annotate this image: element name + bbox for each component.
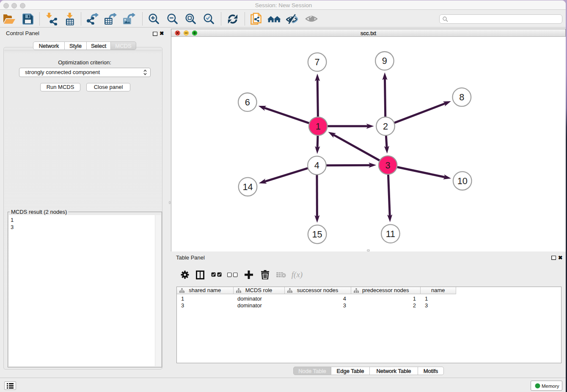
svg-text:11: 11 [386,229,396,239]
svg-text:1: 1 [316,121,321,132]
svg-text:14: 14 [242,182,253,192]
svg-text:10: 10 [457,176,468,186]
svg-text:7: 7 [315,57,320,67]
svg-text:2: 2 [383,121,388,132]
svg-text:6: 6 [245,97,250,108]
svg-text:15: 15 [312,229,322,240]
svg-text:9: 9 [382,55,387,66]
svg-text:8: 8 [459,92,464,102]
svg-text:3: 3 [385,160,391,171]
svg-text:4: 4 [314,160,319,171]
